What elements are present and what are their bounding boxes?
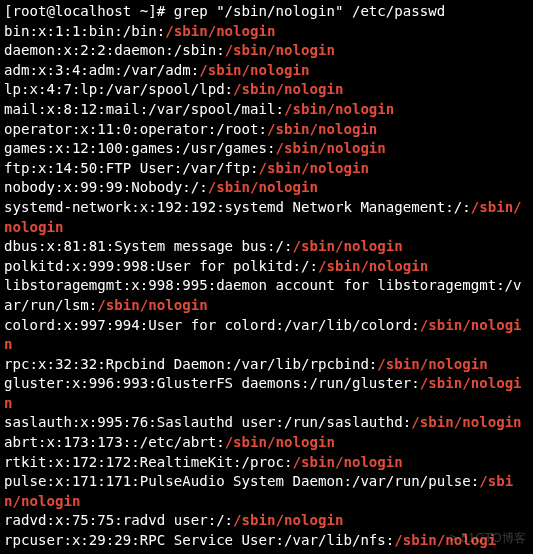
grep-match: /sbin/nologin — [225, 42, 335, 58]
grep-match: /sbin/nologin — [259, 160, 369, 176]
grep-match: /sbin/nologin — [377, 356, 487, 372]
grep-output: bin:x:1:1:bin:/bin:/sbin/nologin daemon:… — [4, 23, 522, 548]
grep-match: /sbin/nologin — [165, 23, 275, 39]
grep-match: /sbin/nologin — [4, 317, 522, 353]
grep-match: /sbin/nologin — [318, 258, 428, 274]
shell-prompt: [root@localhost ~]# — [4, 3, 174, 19]
grep-match: /sbin/nologin — [293, 238, 403, 254]
grep-match: /sbin/nologin — [4, 199, 522, 235]
grep-match: /sbin/nologin — [276, 140, 386, 156]
grep-match: /sbin/nologin — [233, 81, 343, 97]
grep-match: /sbin/nologin — [293, 454, 403, 470]
grep-match: /sbin/nologin — [267, 121, 377, 137]
grep-match: /sbin/nologin — [97, 297, 207, 313]
command-text: grep "/sbin/nologin" /etc/passwd — [174, 3, 446, 19]
grep-match: /sbin/nologin — [208, 179, 318, 195]
grep-match: /sbin/nologin — [199, 62, 309, 78]
grep-match: /sbin/nologin — [284, 101, 394, 117]
grep-match: /sbin/nologin — [4, 473, 513, 509]
grep-match: /sbin/nologin — [4, 375, 522, 411]
grep-match: /sbin/nologi — [394, 532, 496, 548]
grep-match: /sbin/nologin — [411, 414, 521, 430]
terminal-output[interactable]: [root@localhost ~]# grep "/sbin/nologin"… — [0, 0, 533, 553]
grep-match: /sbin/nologin — [225, 434, 335, 450]
grep-match: /sbin/nologin — [233, 512, 343, 528]
